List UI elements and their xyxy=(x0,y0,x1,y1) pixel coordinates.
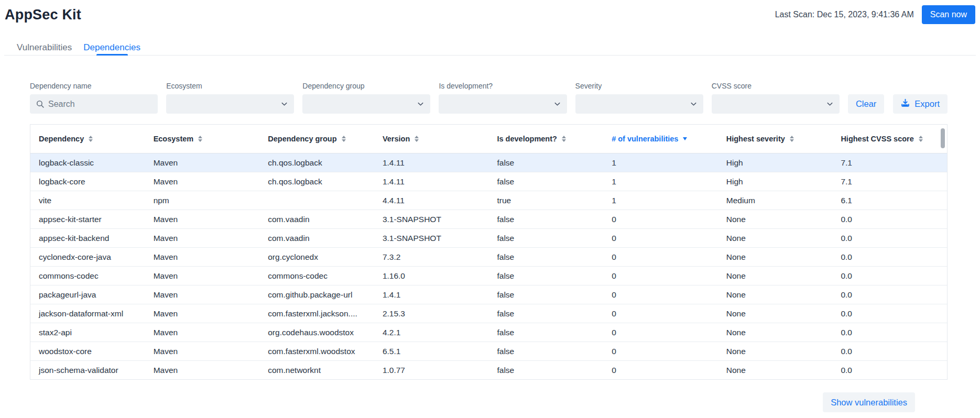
filter-field-severity: Severity xyxy=(575,82,703,114)
export-button[interactable]: Export xyxy=(893,94,948,114)
cell-version: 2.15.3 xyxy=(374,309,489,318)
cell-ecosystem: Maven xyxy=(145,252,260,262)
cell-highest-cvss-score: 0.0 xyxy=(832,290,947,300)
cell-version: 1.0.77 xyxy=(374,366,489,375)
filter-select-cvss-score[interactable] xyxy=(712,94,840,114)
filter-select-dependency-group[interactable] xyxy=(302,94,430,114)
scan-now-button[interactable]: Scan now xyxy=(922,5,975,24)
sort-down-arrow xyxy=(562,139,566,142)
cell-of-vulnerabilities: 0 xyxy=(603,252,718,262)
column-header-is-development[interactable]: Is development? xyxy=(489,135,604,143)
sort-icon xyxy=(919,136,923,142)
cell-ecosystem: Maven xyxy=(145,158,260,168)
table-row[interactable]: woodstox-coreMavencom.fasterxml.woodstox… xyxy=(30,342,947,361)
sort-icon xyxy=(415,136,419,142)
table-scrollbar-thumb[interactable] xyxy=(941,128,945,148)
clear-button-label: Clear xyxy=(856,99,876,109)
column-header-version[interactable]: Version xyxy=(374,135,489,143)
cell-of-vulnerabilities: 0 xyxy=(603,271,718,281)
cell-of-vulnerabilities: 1 xyxy=(603,158,718,168)
table-row[interactable]: appsec-kit-backendMavencom.vaadin3.1-SNA… xyxy=(30,229,947,248)
column-header-dependency-group[interactable]: Dependency group xyxy=(259,135,374,143)
export-button-label: Export xyxy=(914,99,940,109)
cell-highest-severity: None xyxy=(718,252,833,262)
table-row[interactable]: json-schema-validatorMavencom.networknt1… xyxy=(30,361,947,380)
cell-highest-cvss-score: 0.0 xyxy=(832,347,947,356)
cell-highest-severity: None xyxy=(718,366,833,375)
cell-is-development: true xyxy=(489,196,604,205)
cell-highest-cvss-score: 0.0 xyxy=(832,328,947,337)
last-scan-label: Last Scan: Dec 15, 2023, 9:41:36 AM xyxy=(775,10,914,19)
column-header-label: # of vulnerabilities xyxy=(612,135,678,143)
column-header-of-vulnerabilities[interactable]: # of vulnerabilities xyxy=(603,135,718,143)
sort-desc-arrow xyxy=(683,137,687,140)
column-header-ecosystem[interactable]: Ecosystem xyxy=(145,135,260,143)
cell-dependency-group: com.vaadin xyxy=(259,215,374,224)
table-row[interactable]: vitenpm4.4.11true1Medium6.1 xyxy=(30,191,947,210)
cell-dependency-group: commons-codec xyxy=(259,271,374,281)
search-field xyxy=(30,94,158,114)
sort-down-arrow xyxy=(790,139,794,142)
cell-highest-cvss-score: 6.1 xyxy=(832,196,947,205)
column-header-label: Dependency xyxy=(39,135,84,143)
sort-up-arrow xyxy=(342,136,346,138)
tab-vulnerabilities[interactable]: Vulnerabilities xyxy=(11,40,78,55)
table-row[interactable]: commons-codecMavencommons-codec1.16.0fal… xyxy=(30,267,947,285)
cell-ecosystem: Maven xyxy=(145,290,260,300)
column-header-highest-severity[interactable]: Highest severity xyxy=(718,135,833,143)
content-area: Dependency nameEcosystemDependency group… xyxy=(0,56,980,412)
table-row[interactable]: stax2-apiMavenorg.codehaus.woodstox4.2.1… xyxy=(30,323,947,342)
search-input[interactable] xyxy=(48,100,152,109)
filter-select-severity[interactable] xyxy=(575,94,703,114)
column-header-label: Highest CVSS score xyxy=(841,135,913,143)
cell-ecosystem: Maven xyxy=(145,215,260,224)
cell-dependency-group: org.codehaus.woodstox xyxy=(259,328,374,337)
column-header-dependency[interactable]: Dependency xyxy=(30,135,145,143)
filter-select-is-development[interactable] xyxy=(439,94,567,114)
cell-is-development: false xyxy=(489,177,604,186)
table-row[interactable]: logback-classicMavench.qos.logback1.4.11… xyxy=(30,153,947,172)
cell-version: 3.1-SNAPSHOT xyxy=(374,215,489,224)
cell-ecosystem: Maven xyxy=(145,366,260,375)
clear-button[interactable]: Clear xyxy=(848,94,884,114)
filter-label: Is development? xyxy=(439,82,567,90)
cell-version: 1.4.11 xyxy=(374,158,489,168)
sort-icon xyxy=(342,136,346,142)
cell-of-vulnerabilities: 0 xyxy=(603,215,718,224)
cell-ecosystem: Maven xyxy=(145,328,260,337)
cell-dependency: cyclonedx-core-java xyxy=(30,252,145,262)
sort-up-arrow xyxy=(790,136,794,138)
filter-bar: Dependency nameEcosystemDependency group… xyxy=(30,82,948,114)
cell-is-development: false xyxy=(489,271,604,281)
filter-select-ecosystem[interactable] xyxy=(166,94,294,114)
sort-icon xyxy=(562,136,566,142)
scan-row: Last Scan: Dec 15, 2023, 9:41:36 AM Scan… xyxy=(775,5,975,24)
cell-is-development: false xyxy=(489,309,604,318)
cell-ecosystem: Maven xyxy=(145,177,260,186)
cell-version: 4.4.11 xyxy=(374,196,489,205)
table-row[interactable]: cyclonedx-core-javaMavenorg.cyclonedx7.3… xyxy=(30,248,947,267)
filter-field-dependency-group: Dependency group xyxy=(302,82,430,114)
filter-field-cvss-score: CVSS score xyxy=(712,82,840,114)
table-row[interactable]: logback-coreMavench.qos.logback1.4.11fal… xyxy=(30,172,947,191)
table-header-row: DependencyEcosystemDependency groupVersi… xyxy=(30,125,947,153)
table-row[interactable]: packageurl-javaMavencom.github.package-u… xyxy=(30,285,947,304)
cell-highest-cvss-score: 0.0 xyxy=(832,309,947,318)
sort-down-arrow xyxy=(919,139,923,142)
show-vulnerabilities-button[interactable]: Show vulnerabilities xyxy=(823,392,915,412)
cell-highest-severity: None xyxy=(718,271,833,281)
cell-version: 7.3.2 xyxy=(374,252,489,262)
sort-down-arrow xyxy=(89,139,93,142)
sort-up-arrow xyxy=(89,136,93,138)
tab-dependencies[interactable]: Dependencies xyxy=(78,40,146,55)
filter-actions: Clear Export xyxy=(848,94,948,114)
cell-is-development: false xyxy=(489,234,604,243)
app-title: AppSec Kit xyxy=(5,7,81,23)
table-row[interactable]: jackson-dataformat-xmlMavencom.fasterxml… xyxy=(30,304,947,323)
column-header-highest-cvss-score[interactable]: Highest CVSS score xyxy=(832,135,947,143)
cell-of-vulnerabilities: 0 xyxy=(603,366,718,375)
cell-highest-severity: None xyxy=(718,347,833,356)
table-row[interactable]: appsec-kit-starterMavencom.vaadin3.1-SNA… xyxy=(30,210,947,229)
cell-highest-severity: None xyxy=(718,234,833,243)
cell-version: 1.16.0 xyxy=(374,271,489,281)
